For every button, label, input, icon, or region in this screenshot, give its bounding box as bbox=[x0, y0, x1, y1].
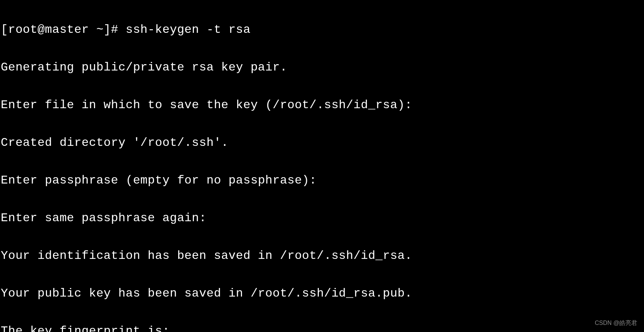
shell-prompt: [root@master ~]# bbox=[1, 23, 126, 37]
output-line: Enter passphrase (empty for no passphras… bbox=[1, 171, 644, 190]
watermark-text: CSDN @皓亮君 bbox=[595, 318, 637, 328]
output-line: Enter same passphrase again: bbox=[1, 209, 644, 228]
output-line: Your public key has been saved in /root/… bbox=[1, 284, 644, 303]
command-line: [root@master ~]# ssh-keygen -t rsa bbox=[1, 21, 644, 40]
entered-command: ssh-keygen -t rsa bbox=[126, 23, 251, 37]
terminal-output: [root@master ~]# ssh-keygen -t rsa Gener… bbox=[0, 0, 644, 332]
output-line: Created directory '/root/.ssh'. bbox=[1, 134, 644, 153]
output-line: Enter file in which to save the key (/ro… bbox=[1, 96, 644, 115]
output-line: The key fingerprint is: bbox=[1, 322, 644, 332]
output-line: Your identification has been saved in /r… bbox=[1, 247, 644, 266]
output-line: Generating public/private rsa key pair. bbox=[1, 58, 644, 77]
